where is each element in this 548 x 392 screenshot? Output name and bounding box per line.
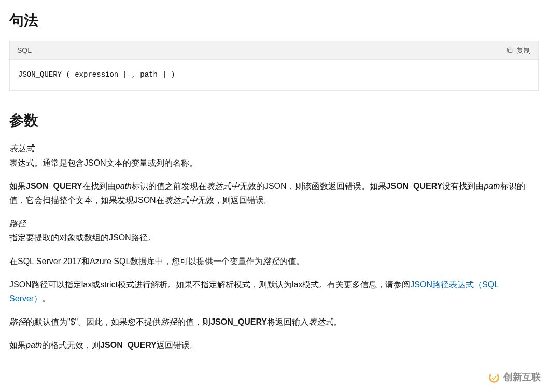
text-italic: path (484, 182, 500, 191)
text-italic: path (26, 341, 42, 350)
text-bold: JSON_QUERY (26, 182, 82, 191)
para-json-query-error: 如果JSON_QUERY在找到由path标识的值之前发现在表达式中无效的JSON… (9, 179, 539, 207)
code-content[interactable]: JSON_QUERY ( expression [ , path ] ) (10, 60, 538, 90)
heading-syntax: 句法 (9, 9, 539, 33)
param-name-path: 路径 (9, 219, 26, 228)
text: 无效，则返回错误。 (198, 196, 272, 205)
copy-icon (506, 47, 513, 54)
text: 将返回输入 (267, 317, 308, 326)
para-lax-strict: JSON路径可以指定lax或strict模式进行解析。如果不指定解析模式，则默认… (9, 278, 539, 306)
text-italic: path (116, 182, 132, 191)
para-sqlserver-variable: 在SQL Server 2017和Azure SQL数据库中，您可以提供一个变量… (9, 254, 539, 268)
text-italic: 路径 (161, 317, 177, 326)
text: 。 (42, 294, 50, 303)
param-desc-expression: 表达式。通常是包含JSON文本的变量或列的名称。 (9, 158, 198, 167)
code-header: SQL 复制 (10, 41, 538, 60)
watermark: 创新互联 (488, 370, 541, 382)
text: 无效的JSON，则该函数返回错误。如果 (240, 182, 386, 191)
text: 标识的值之前发现在 (132, 182, 206, 191)
svg-rect-0 (509, 49, 512, 53)
watermark-icon (488, 371, 500, 383)
param-name-expression: 表达式 (9, 144, 34, 153)
text: 在SQL Server 2017和Azure SQL数据库中，您可以提供一个变量… (9, 257, 263, 266)
code-block: SQL 复制 JSON_QUERY ( expression [ , path … (9, 41, 539, 91)
code-language-label: SQL (17, 45, 32, 56)
text: 在找到由 (82, 182, 116, 191)
para-default-path: 路径的默认值为"$"。因此，如果您不提供路径的值，则JSON_QUERY将返回输… (9, 315, 539, 329)
heading-params: 参数 (9, 109, 539, 133)
text: 的格式无效，则 (42, 341, 100, 350)
param-path: 路径 指定要提取的对象或数组的JSON路径。 (9, 216, 539, 244)
text-italic: 路径 (9, 317, 26, 326)
text-italic: 表达式中 (206, 182, 240, 191)
text: 没有找到由 (442, 182, 484, 191)
copy-button-label: 复制 (516, 45, 531, 56)
text-italic: 表达式中 (164, 196, 198, 205)
text-italic: 路径 (263, 257, 279, 266)
watermark-text: 创新互联 (503, 370, 541, 382)
svg-point-1 (488, 371, 500, 383)
text: 如果 (9, 182, 26, 191)
text: 的值。 (279, 257, 304, 266)
text: 如果 (9, 341, 26, 350)
copy-button[interactable]: 复制 (506, 45, 531, 56)
param-desc-path: 指定要提取的对象或数组的JSON路径。 (9, 233, 156, 242)
text-italic: 表达式 (308, 317, 333, 326)
text: 的默认值为"$"。因此，如果您不提供 (26, 317, 161, 326)
text: 。 (333, 317, 342, 326)
text: 的值，则 (177, 317, 210, 326)
text: 返回错误。 (157, 341, 198, 350)
text: JSON路径可以指定lax或strict模式进行解析。如果不指定解析模式，则默认… (9, 280, 410, 289)
text-bold: JSON_QUERY (100, 341, 157, 350)
param-expression: 表达式 表达式。通常是包含JSON文本的变量或列的名称。 (9, 141, 539, 169)
text-bold: JSON_QUERY (386, 182, 443, 191)
text-bold: JSON_QUERY (210, 317, 267, 326)
para-invalid-path: 如果path的格式无效，则JSON_QUERY返回错误。 (9, 338, 539, 352)
